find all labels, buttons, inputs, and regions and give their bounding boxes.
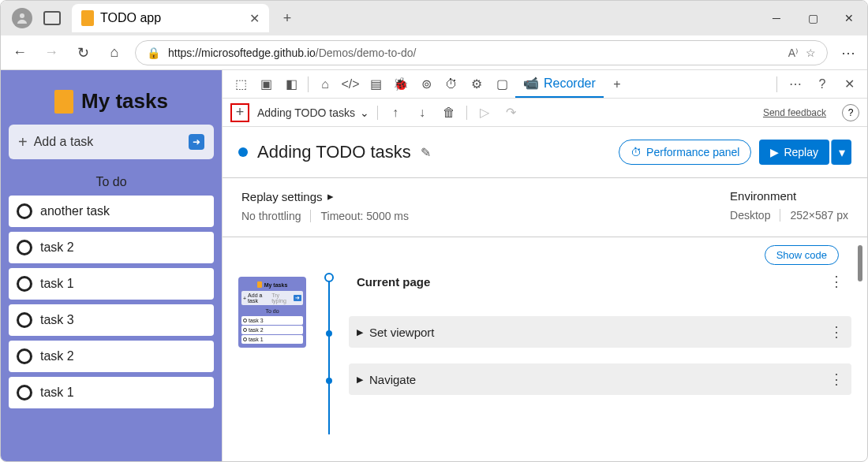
url-path: /Demos/demo-to-do/ bbox=[316, 47, 417, 59]
favorite-icon[interactable]: ☆ bbox=[806, 47, 816, 59]
step-menu-icon[interactable]: ⋮ bbox=[829, 273, 844, 290]
clipboard-icon bbox=[54, 90, 73, 114]
tab-title: TODO app bbox=[100, 11, 161, 25]
help-icon[interactable]: ? bbox=[810, 73, 834, 96]
task-label: another task bbox=[40, 204, 110, 218]
home-button[interactable]: ⌂ bbox=[103, 42, 125, 64]
application-tab-icon[interactable]: ▢ bbox=[490, 73, 514, 96]
task-label: task 3 bbox=[40, 313, 74, 327]
url-host: https://microsoftedge.github.io bbox=[168, 47, 316, 59]
url-field[interactable]: 🔒 https://microsoftedge.github.io/Demos/… bbox=[135, 40, 828, 65]
chevron-down-icon: ⌄ bbox=[360, 106, 369, 119]
checkbox-icon[interactable] bbox=[17, 203, 32, 219]
checkbox-icon[interactable] bbox=[17, 385, 32, 401]
workspaces-icon[interactable] bbox=[43, 11, 61, 25]
checkbox-icon[interactable] bbox=[17, 348, 32, 364]
replay-button[interactable]: ▶ Replay bbox=[759, 140, 829, 165]
env-size: 252×587 px bbox=[780, 209, 848, 222]
environment-label: Environment bbox=[730, 189, 848, 203]
sources-tab-icon[interactable]: 🐞 bbox=[389, 73, 413, 96]
step-navigate[interactable]: ▶ Navigate ⋮ bbox=[349, 363, 851, 395]
task-item[interactable]: another task bbox=[9, 196, 214, 227]
browser-tab[interactable]: TODO app ✕ bbox=[72, 4, 269, 32]
export-icon[interactable]: ↑ bbox=[386, 103, 405, 122]
recorder-tab-label: Recorder bbox=[544, 76, 596, 91]
close-window-button[interactable]: ✕ bbox=[831, 1, 867, 35]
dock-icon[interactable]: ◧ bbox=[279, 73, 303, 96]
send-feedback-link[interactable]: Send feedback bbox=[763, 107, 826, 118]
plus-icon: + bbox=[18, 133, 28, 151]
show-code-button[interactable]: Show code bbox=[765, 245, 839, 265]
task-item[interactable]: task 1 bbox=[9, 377, 214, 408]
todo-app: My tasks + Add a task ➜ To do another ta… bbox=[1, 70, 222, 462]
recording-header: Adding TODO tasks ✎ ⏱ Performance panel … bbox=[223, 127, 867, 178]
more-button[interactable]: ⋯ bbox=[837, 42, 859, 64]
step-current-page[interactable]: Current page ⋮ bbox=[349, 266, 851, 297]
task-label: task 1 bbox=[40, 386, 74, 400]
checkbox-icon[interactable] bbox=[17, 276, 32, 292]
window-titlebar: TODO app ✕ + ─ ▢ ✕ bbox=[1, 1, 867, 35]
back-button[interactable]: ← bbox=[9, 42, 31, 64]
welcome-tab-icon[interactable]: ⌂ bbox=[313, 73, 337, 96]
add-tab-button[interactable]: + bbox=[605, 73, 629, 96]
close-devtools-icon[interactable]: ✕ bbox=[837, 73, 861, 96]
new-recording-button[interactable]: + bbox=[230, 103, 249, 122]
recorder-tab[interactable]: 📹 Recorder bbox=[515, 71, 604, 98]
step-icon[interactable]: ↷ bbox=[502, 103, 521, 122]
checkbox-icon[interactable] bbox=[17, 240, 32, 255]
devtools-tabstrip: ⬚ ▣ ◧ ⌂ </> ▤ 🐞 ⊚ ⏱ ⚙ ▢ 📹 Recorder + ⋯ ?… bbox=[223, 70, 867, 99]
replay-settings-label[interactable]: Replay settings ▸ bbox=[241, 189, 409, 203]
add-task-input[interactable]: + Add a task ➜ bbox=[9, 125, 214, 159]
recording-settings: Replay settings ▸ No throttling Timeout:… bbox=[223, 178, 867, 237]
memory-tab-icon[interactable]: ⚙ bbox=[465, 73, 488, 96]
forward-button: → bbox=[40, 42, 62, 64]
close-tab-icon[interactable]: ✕ bbox=[249, 11, 260, 26]
read-aloud-icon[interactable]: A⁾ bbox=[788, 47, 798, 59]
page-thumbnail: My tasks +Add a taskTry typing➜ To do ta… bbox=[238, 277, 306, 348]
env-device: Desktop bbox=[730, 209, 770, 222]
step-menu-icon[interactable]: ⋮ bbox=[829, 323, 844, 341]
lock-icon: 🔒 bbox=[147, 47, 160, 59]
app-title-row: My tasks bbox=[9, 78, 214, 125]
network-tab-icon[interactable]: ⊚ bbox=[414, 73, 438, 96]
console-tab-icon[interactable]: ▤ bbox=[364, 73, 387, 96]
recorder-toolbar: + Adding TODO tasks ⌄ ↑ ↓ 🗑 ▷ ↷ Send fee… bbox=[223, 99, 867, 127]
performance-tab-icon[interactable]: ⏱ bbox=[440, 73, 463, 96]
recording-name: Adding TODO tasks bbox=[257, 106, 355, 119]
inspect-icon[interactable]: ⬚ bbox=[229, 73, 253, 96]
performance-panel-button[interactable]: ⏱ Performance panel bbox=[619, 140, 751, 165]
checkbox-icon[interactable] bbox=[17, 312, 32, 328]
replay-dropdown[interactable]: ▾ bbox=[831, 140, 851, 165]
recording-steps: Show code My tasks +Add a taskTry typing… bbox=[223, 237, 867, 462]
task-item[interactable]: task 2 bbox=[9, 232, 214, 263]
maximize-button[interactable]: ▢ bbox=[795, 1, 831, 35]
chevron-right-icon: ▸ bbox=[327, 189, 334, 203]
submit-task-icon[interactable]: ➜ bbox=[189, 134, 204, 150]
task-item[interactable]: task 1 bbox=[9, 268, 214, 300]
new-tab-button[interactable]: + bbox=[275, 6, 299, 30]
expand-icon: ▶ bbox=[357, 327, 363, 337]
delete-icon[interactable]: 🗑 bbox=[440, 103, 458, 122]
address-bar: ← → ↻ ⌂ 🔒 https://microsoftedge.github.i… bbox=[1, 35, 867, 70]
device-icon[interactable]: ▣ bbox=[254, 73, 278, 96]
task-item[interactable]: task 3 bbox=[9, 304, 214, 336]
toolbar-help-icon[interactable]: ? bbox=[842, 104, 859, 121]
more-tools-icon[interactable]: ⋯ bbox=[784, 73, 807, 96]
app-title: My tasks bbox=[81, 89, 168, 114]
scrollbar[interactable] bbox=[858, 245, 862, 281]
edit-title-icon[interactable]: ✎ bbox=[421, 145, 431, 160]
import-icon[interactable]: ↓ bbox=[413, 103, 432, 122]
play-icon[interactable]: ▷ bbox=[475, 103, 494, 122]
recording-selector[interactable]: Adding TODO tasks ⌄ bbox=[257, 106, 369, 119]
minimize-button[interactable]: ─ bbox=[758, 1, 795, 35]
elements-tab-icon[interactable]: </> bbox=[339, 73, 362, 96]
steps-timeline: Current page ⋮ ▶ Set viewport ⋮ ▶ Naviga… bbox=[322, 277, 851, 348]
task-item[interactable]: task 2 bbox=[9, 341, 214, 372]
profile-icon[interactable] bbox=[12, 8, 32, 28]
step-menu-icon[interactable]: ⋮ bbox=[829, 371, 844, 388]
camera-icon: 📹 bbox=[523, 76, 539, 91]
add-task-label: Add a task bbox=[34, 135, 94, 149]
step-set-viewport[interactable]: ▶ Set viewport ⋮ bbox=[349, 316, 851, 348]
timeout-value: Timeout: 5000 ms bbox=[310, 210, 409, 222]
refresh-button[interactable]: ↻ bbox=[72, 42, 94, 64]
